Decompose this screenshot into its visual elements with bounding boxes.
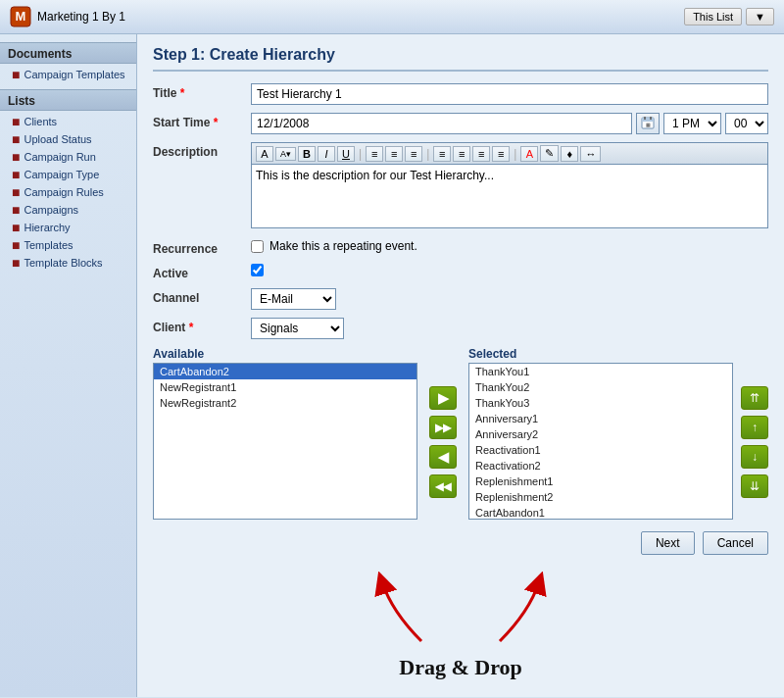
- rte-link-btn[interactable]: ↔: [580, 146, 601, 162]
- list-item[interactable]: CartAbandon2: [154, 364, 416, 379]
- list-item[interactable]: ThankYou3: [469, 395, 732, 411]
- list-item[interactable]: Replenishment1: [469, 474, 732, 489]
- recurrence-row: Recurrence Make this a repeating event.: [153, 239, 768, 256]
- page-title: Step 1: Create Hierarchy: [153, 46, 768, 72]
- svg-text:▦: ▦: [646, 122, 651, 127]
- active-field: [251, 264, 768, 279]
- right-order-buttons: ⇈ ↑ ↓ ⇊: [741, 365, 768, 520]
- cancel-button[interactable]: Cancel: [703, 531, 768, 555]
- rte-divider1: |: [359, 147, 362, 161]
- up-icon: ↑: [752, 421, 758, 434]
- channel-field: E-Mail SMS Direct Mail: [251, 288, 768, 310]
- title-input[interactable]: [251, 83, 768, 105]
- active-checkbox[interactable]: [251, 264, 264, 276]
- title-field: [251, 83, 768, 105]
- rte-list1-btn[interactable]: ≡: [433, 146, 451, 162]
- bullet-icon: ■: [12, 115, 20, 128]
- bullet-icon: ■: [12, 132, 20, 146]
- sidebar-item-campaign-run[interactable]: ■ Campaign Run: [0, 148, 136, 166]
- list-item[interactable]: NewRegistrant2: [154, 395, 416, 411]
- minute-select[interactable]: 00 15 30 45: [725, 113, 768, 134]
- recurrence-field: Make this a repeating event.: [251, 239, 768, 253]
- recurrence-checkbox[interactable]: [251, 240, 264, 253]
- rte-list2-btn[interactable]: ≡: [453, 146, 470, 162]
- move-down-btn[interactable]: ↓: [741, 445, 768, 469]
- next-button[interactable]: Next: [641, 531, 695, 555]
- rte-underline-btn[interactable]: U: [337, 146, 355, 162]
- list-item[interactable]: Reactivation1: [469, 442, 732, 458]
- transfer-buttons: ▶ ▶▶ ◀ ◀◀: [425, 365, 461, 520]
- rte-align-left-btn[interactable]: ≡: [366, 146, 383, 162]
- channel-label: Channel: [153, 288, 251, 305]
- description-textarea[interactable]: This is the description for our Test Hie…: [251, 164, 768, 228]
- date-input[interactable]: [251, 113, 632, 134]
- sidebar-item-campaign-templates[interactable]: ■ Campaign Templates: [0, 66, 136, 83]
- sidebar-item-campaign-rules[interactable]: ■ Campaign Rules: [0, 183, 136, 201]
- header-title: Marketing 1 By 1: [37, 10, 125, 24]
- drag-drop-arrows-svg: [314, 563, 608, 651]
- description-row: Description A A▾ B I U | ≡ ≡ ≡ | ≡ ≡ ≡ ≡: [153, 142, 768, 231]
- header: M Marketing 1 By 1 This List ▼: [0, 0, 784, 34]
- bullet-icon: ■: [12, 168, 20, 181]
- rte-align-center-btn[interactable]: ≡: [385, 146, 403, 162]
- sidebar-item-clients[interactable]: ■ Clients: [0, 113, 136, 130]
- list-item[interactable]: CartAbandon1: [469, 505, 732, 520]
- list-section: Available CartAbandon2NewRegistrant1NewR…: [153, 347, 768, 520]
- rte-edit-btn[interactable]: ✎: [540, 145, 559, 162]
- sidebar-item-label: Campaign Type: [24, 169, 99, 180]
- move-bottom-btn[interactable]: ⇊: [741, 474, 768, 498]
- rte-color-btn[interactable]: A: [520, 146, 538, 162]
- rte-fontsize-btn[interactable]: A▾: [275, 147, 296, 161]
- marketing-icon: M: [10, 6, 31, 27]
- list-item[interactable]: NewRegistrant1: [154, 379, 416, 395]
- description-label: Description: [153, 142, 251, 159]
- sidebar-item-label: Campaign Templates: [24, 69, 124, 80]
- rte-toolbar: A A▾ B I U | ≡ ≡ ≡ | ≡ ≡ ≡ ≡ | A ✎: [251, 142, 768, 164]
- start-time-row: Start Time * ▦: [153, 113, 768, 134]
- start-time-label: Start Time *: [153, 113, 251, 129]
- list-item[interactable]: Replenishment2: [469, 489, 732, 505]
- list-item[interactable]: ThankYou2: [469, 379, 732, 395]
- move-left-btn[interactable]: ◀: [429, 445, 457, 469]
- sidebar-item-campaigns[interactable]: ■ Campaigns: [0, 201, 136, 219]
- move-left-all-btn[interactable]: ◀◀: [429, 474, 457, 498]
- calendar-icon: ▦: [641, 116, 655, 129]
- recurrence-checkbox-label: Make this a repeating event.: [270, 239, 417, 253]
- rte-align-right-btn[interactable]: ≡: [405, 146, 422, 162]
- sidebar-item-template-blocks[interactable]: ■ Template Blocks: [0, 254, 136, 272]
- rte-bold-btn[interactable]: B: [298, 146, 316, 162]
- sidebar-item-upload-status[interactable]: ■ Upload Status: [0, 130, 136, 148]
- rte-media-btn[interactable]: ♦: [561, 146, 578, 162]
- rte-outdent-btn[interactable]: ≡: [492, 146, 510, 162]
- top-icon: ⇈: [750, 391, 760, 405]
- active-row: Active: [153, 264, 768, 280]
- client-select[interactable]: Signals Other Client: [251, 318, 344, 339]
- sidebar-item-campaign-type[interactable]: ■ Campaign Type: [0, 166, 136, 183]
- this-list-button[interactable]: This List: [684, 8, 742, 25]
- bullet-icon: ■: [12, 221, 20, 234]
- calendar-button[interactable]: ▦: [636, 113, 660, 134]
- sidebar-item-hierarchy[interactable]: ■ Hierarchy: [0, 219, 136, 236]
- header-left: M Marketing 1 By 1: [10, 6, 125, 27]
- sidebar: Documents ■ Campaign Templates Lists ■ C…: [0, 34, 137, 697]
- recurrence-label: Recurrence: [153, 239, 251, 256]
- channel-select[interactable]: E-Mail SMS Direct Mail: [251, 288, 336, 310]
- move-up-btn[interactable]: ↑: [741, 416, 768, 439]
- hour-select[interactable]: 1 PM 2 PM 3 PM: [663, 113, 721, 134]
- rte-font-btn[interactable]: A: [256, 146, 273, 162]
- header-dropdown-btn[interactable]: ▼: [746, 8, 774, 25]
- rte-indent-btn[interactable]: ≡: [472, 146, 490, 162]
- rte-italic-btn[interactable]: I: [318, 146, 335, 162]
- list-item[interactable]: Anniversary1: [469, 411, 732, 426]
- move-right-btn[interactable]: ▶: [429, 386, 457, 410]
- sidebar-item-templates[interactable]: ■ Templates: [0, 236, 136, 254]
- list-item[interactable]: Anniversary2: [469, 426, 732, 442]
- list-item[interactable]: Reactivation2: [469, 458, 732, 474]
- description-field: A A▾ B I U | ≡ ≡ ≡ | ≡ ≡ ≡ ≡ | A ✎: [251, 142, 768, 231]
- title-label: Title *: [153, 83, 251, 100]
- list-item[interactable]: ThankYou1: [469, 364, 732, 379]
- documents-section-label: Documents: [0, 42, 136, 64]
- move-top-btn[interactable]: ⇈: [741, 386, 768, 410]
- left-arrow-icon: ◀: [438, 449, 449, 465]
- move-right-all-btn[interactable]: ▶▶: [429, 416, 457, 439]
